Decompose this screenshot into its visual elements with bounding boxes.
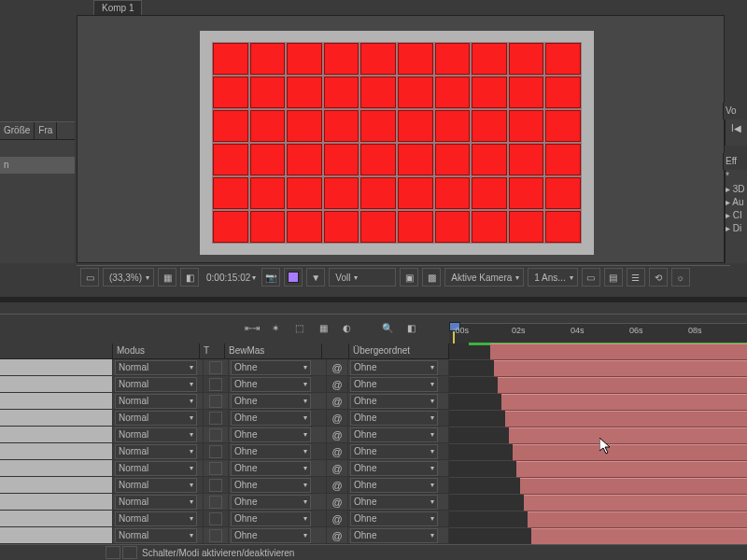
col-t[interactable]: T [200,343,225,358]
parent-dropdown[interactable]: Ohne [350,478,438,493]
project-row-selected[interactable]: n [0,157,75,174]
motion-blur-icon[interactable]: ◐ [338,318,356,337]
parent-pickwhip-icon[interactable]: @ [331,463,342,474]
layer-row[interactable]: NormalOhne@Ohne [0,511,449,527]
parent-pickwhip-icon[interactable]: @ [331,362,342,373]
track-matte-dropdown[interactable]: Ohne [231,511,311,526]
layer-bar[interactable] [490,343,747,360]
mask-toggle-icon[interactable]: ◧ [180,268,199,287]
layer-row[interactable]: NormalOhne@Ohne [0,443,449,460]
mode-dropdown[interactable]: Normal [115,461,197,476]
parent-pickwhip-icon[interactable]: @ [331,446,342,457]
col-modus[interactable]: Modus [113,343,200,358]
track-row[interactable] [449,478,747,495]
pixel-aspect-icon[interactable]: ▭ [582,268,600,287]
preview-panel-title[interactable]: Vo [723,103,747,119]
panel-divider[interactable] [0,297,747,302]
track-matte-toggle[interactable] [209,428,222,441]
layer-bar[interactable] [498,377,747,394]
parent-dropdown[interactable]: Ohne [350,495,438,510]
parent-pickwhip-icon[interactable]: @ [331,530,342,541]
track-matte-dropdown[interactable]: Ohne [231,360,311,375]
project-col-size[interactable]: Größe [0,122,35,139]
project-row[interactable] [0,140,75,157]
track-row[interactable] [449,343,747,360]
graph-editor-icon[interactable]: 🔍 [378,318,396,337]
layer-row[interactable]: NormalOhne@Ohne [0,494,449,511]
track-matte-toggle[interactable] [209,496,222,509]
track-row[interactable] [449,511,747,528]
magnify-icon[interactable]: ▭ [80,268,99,287]
track-row[interactable] [449,461,747,478]
parent-pickwhip-icon[interactable]: @ [331,429,342,441]
layer-bar[interactable] [494,360,747,377]
track-matte-dropdown[interactable]: Ohne [231,394,311,409]
timeline-icon[interactable]: ☰ [627,268,645,287]
rgb-icon[interactable]: ▼ [306,268,325,287]
track-row[interactable] [449,411,747,427]
project-col-fra[interactable]: Fra [35,122,57,139]
mode-dropdown[interactable]: Normal [115,360,197,375]
col-bewmas[interactable]: BewMas [225,343,322,358]
track-row[interactable] [449,495,747,511]
layer-bar[interactable] [505,411,747,427]
track-matte-dropdown[interactable]: Ohne [231,411,311,426]
mode-dropdown[interactable]: Normal [115,478,197,493]
prev-frame-icon[interactable]: I◀ [726,119,747,136]
track-matte-dropdown[interactable]: Ohne [231,528,311,543]
switches-toggle-2[interactable] [122,546,137,559]
shy-icon[interactable]: ⬚ [290,318,308,337]
layer-row[interactable]: NormalOhne@Ohne [0,527,449,544]
layer-row[interactable]: NormalOhne@Ohne [0,427,449,443]
track-row[interactable] [449,427,747,444]
grid-icon[interactable]: ▦ [158,268,176,287]
track-matte-dropdown[interactable]: Ohne [231,444,311,459]
track-matte-toggle[interactable] [209,529,222,542]
mode-dropdown[interactable]: Normal [115,444,197,459]
effects-panel-title[interactable]: Eff [723,153,747,170]
track-row[interactable] [449,444,747,461]
composition-tab[interactable]: Komp 1 [93,0,142,16]
layer-bar[interactable] [513,444,747,461]
track-area[interactable] [449,343,747,547]
track-row[interactable] [449,360,747,377]
parent-dropdown[interactable]: Ohne [350,511,438,526]
track-matte-dropdown[interactable]: Ohne [231,377,311,392]
track-matte-toggle[interactable] [209,361,222,374]
parent-dropdown[interactable]: Ohne [350,427,438,442]
layer-bar[interactable] [524,495,747,511]
parent-dropdown[interactable]: Ohne [350,360,438,375]
auto-keyframe-icon[interactable]: ◧ [402,318,420,337]
parent-dropdown[interactable]: Ohne [350,461,438,476]
parent-pickwhip-icon[interactable]: @ [331,379,342,390]
parent-pickwhip-icon[interactable]: @ [331,513,342,525]
effects-search[interactable]: * [726,170,747,183]
track-matte-toggle[interactable] [209,395,222,408]
roi-icon[interactable]: ▣ [400,268,418,287]
effects-item[interactable]: ▸ Au [726,196,747,209]
track-matte-toggle[interactable] [209,479,222,492]
track-matte-dropdown[interactable]: Ohne [231,478,311,493]
parent-dropdown[interactable]: Ohne [350,411,438,426]
track-matte-dropdown[interactable]: Ohne [231,427,311,442]
track-matte-dropdown[interactable]: Ohne [231,495,311,510]
parent-pickwhip-icon[interactable]: @ [331,497,342,508]
mode-dropdown[interactable]: Normal [115,528,197,543]
track-matte-toggle[interactable] [209,378,222,391]
resolution-dropdown[interactable]: Voll [329,268,396,287]
layer-row[interactable]: NormalOhne@Ohne [0,477,449,494]
track-row[interactable] [449,528,747,545]
snapshot-icon[interactable]: 📷 [261,268,280,287]
layer-bar[interactable] [501,394,747,411]
mode-dropdown[interactable]: Normal [115,377,197,392]
track-row[interactable] [449,377,747,394]
parent-dropdown[interactable]: Ohne [350,377,438,392]
mode-dropdown[interactable]: Normal [115,427,197,442]
track-matte-toggle[interactable] [209,462,222,475]
layer-row[interactable]: NormalOhne@Ohne [0,393,449,410]
layer-bar[interactable] [509,427,747,444]
parent-pickwhip-icon[interactable]: @ [331,480,342,491]
col-parent[interactable]: Übergeordnet [349,343,449,358]
effects-item[interactable]: ▸ CI [726,209,747,222]
track-row[interactable] [449,394,747,411]
